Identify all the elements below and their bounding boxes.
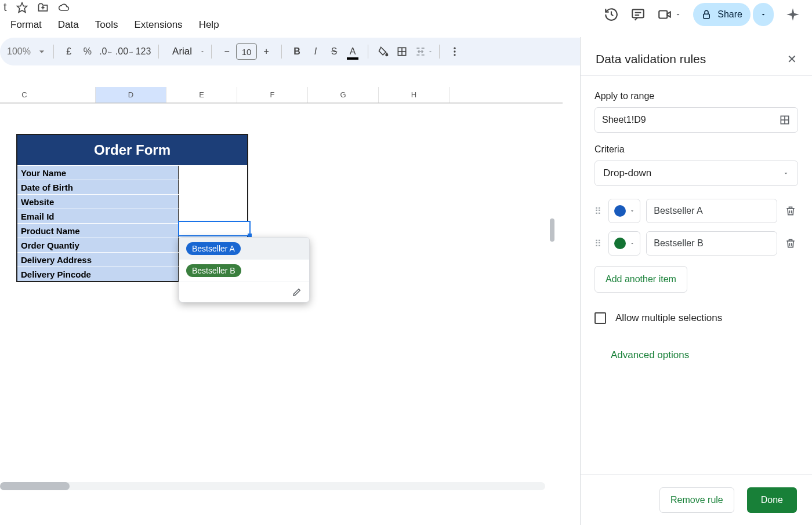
column-header[interactable]: F — [237, 87, 308, 103]
item-value-input[interactable] — [646, 199, 777, 223]
item-color-picker[interactable] — [608, 199, 640, 223]
font-family-dropdown[interactable]: Arial — [165, 42, 200, 61]
drag-handle-icon[interactable]: ⠿ — [594, 206, 603, 217]
criteria-select[interactable]: Drop-down — [594, 161, 798, 186]
pencil-icon — [292, 287, 302, 297]
star-icon[interactable] — [16, 2, 28, 13]
font-size-input[interactable]: 10 — [236, 43, 257, 60]
form-label: Order Quantiy — [17, 238, 179, 252]
menu-data[interactable]: Data — [58, 19, 79, 31]
form-label: Your Name — [17, 166, 179, 180]
doc-title-tail[interactable]: t — [3, 1, 7, 14]
decrease-decimal-button[interactable]: .0← — [97, 42, 115, 61]
more-button[interactable] — [445, 42, 464, 61]
column-header[interactable]: H — [379, 87, 449, 103]
borders-button[interactable] — [393, 42, 411, 61]
active-cell[interactable] — [178, 221, 251, 236]
percent-button[interactable]: % — [78, 42, 97, 61]
move-icon[interactable] — [37, 2, 49, 13]
panel-title: Data validation rules — [596, 52, 706, 66]
strikethrough-button[interactable]: S — [325, 42, 343, 61]
range-input[interactable]: Sheet1!D9 — [594, 107, 798, 133]
form-cell[interactable] — [179, 166, 247, 180]
dropdown-option[interactable]: Bestseller A — [179, 238, 309, 260]
svg-rect-0 — [633, 9, 644, 17]
delete-item-button[interactable] — [783, 205, 798, 217]
done-button[interactable]: Done — [747, 487, 797, 513]
history-icon[interactable] — [604, 7, 619, 22]
allow-multi-checkbox[interactable] — [594, 312, 606, 324]
item-color-picker[interactable] — [608, 231, 640, 256]
cell-dropdown: Bestseller A Bestseller B — [179, 237, 310, 302]
text-color-button[interactable]: A — [343, 42, 362, 61]
caret-down-icon[interactable] — [675, 11, 682, 18]
sheet-area[interactable]: C D E F G H Order Form Your Name Date of… — [0, 87, 563, 504]
font-size-decrease[interactable]: − — [217, 42, 236, 61]
svg-rect-5 — [704, 14, 710, 19]
dropdown-edit[interactable] — [179, 282, 309, 302]
form-cell[interactable] — [179, 180, 247, 194]
caret-down-icon — [782, 170, 789, 177]
color-swatch — [614, 205, 626, 217]
menu-tools[interactable]: Tools — [95, 19, 118, 31]
column-headers: C D E F G H — [0, 87, 563, 103]
scrollbar-thumb[interactable] — [0, 482, 70, 490]
allow-multi-label: Allow multiple selections — [615, 312, 722, 324]
data-validation-panel: Data validation rules ✕ Apply to range S… — [580, 37, 812, 525]
italic-button[interactable]: I — [306, 42, 325, 61]
gemini-icon[interactable] — [785, 7, 800, 22]
form-label: Website — [17, 195, 179, 209]
column-header[interactable]: D — [96, 87, 166, 103]
criteria-value: Drop-down — [603, 167, 651, 179]
trash-icon — [785, 238, 796, 249]
svg-marker-6 — [17, 2, 27, 12]
svg-point-12 — [454, 54, 455, 56]
column-header[interactable]: C — [0, 87, 96, 103]
horizontal-scrollbar[interactable] — [0, 482, 545, 490]
currency-button[interactable]: £ — [60, 42, 78, 61]
share-label: Share — [717, 9, 742, 20]
delete-item-button[interactable] — [783, 238, 798, 249]
form-label: Product Name — [17, 224, 179, 238]
remove-rule-button[interactable]: Remove rule — [659, 487, 734, 513]
caret-down-icon[interactable] — [427, 49, 433, 54]
increase-decimal-button[interactable]: .00→ — [115, 42, 134, 61]
font-size-increase[interactable]: + — [257, 42, 276, 61]
menu-extensions[interactable]: Extensions — [134, 19, 182, 31]
range-value: Sheet1!D9 — [602, 115, 646, 125]
form-label: Email Id — [17, 209, 179, 223]
number-format-button[interactable]: 123 — [134, 42, 153, 61]
criteria-item-row: ⠿ — [594, 231, 798, 256]
advanced-options-toggle[interactable]: Advanced options — [611, 349, 798, 361]
scroll-indicator[interactable] — [550, 218, 554, 242]
zoom-dropdown[interactable]: 100% — [7, 42, 48, 61]
color-swatch — [614, 238, 626, 249]
criteria-label: Criteria — [594, 144, 798, 155]
bold-button[interactable]: B — [288, 42, 306, 61]
fill-color-button[interactable] — [374, 42, 393, 61]
grid-icon[interactable] — [779, 114, 791, 126]
drag-handle-icon[interactable]: ⠿ — [594, 238, 603, 249]
form-label: Delivery Pincode — [17, 267, 179, 281]
menu-format[interactable]: Format — [10, 19, 42, 31]
cloud-status-icon[interactable] — [58, 2, 70, 13]
column-header[interactable]: E — [166, 87, 237, 103]
share-button[interactable]: Share — [693, 3, 751, 26]
chip-label: Bestseller B — [186, 264, 241, 277]
item-value-input[interactable] — [646, 231, 777, 256]
criteria-item-row: ⠿ — [594, 199, 798, 223]
add-item-button[interactable]: Add another item — [594, 266, 687, 293]
share-dropdown[interactable] — [753, 3, 774, 26]
menu-help[interactable]: Help — [199, 19, 219, 31]
meet-icon[interactable] — [657, 7, 672, 22]
caret-down-icon[interactable] — [200, 49, 205, 54]
apply-range-label: Apply to range — [594, 91, 798, 101]
form-label: Date of Birth — [17, 180, 179, 194]
comments-icon[interactable] — [630, 7, 646, 22]
svg-point-11 — [454, 50, 455, 52]
form-title: Order Form — [17, 135, 247, 165]
dropdown-option[interactable]: Bestseller B — [179, 260, 309, 282]
form-cell[interactable] — [179, 195, 247, 209]
column-header[interactable]: G — [308, 87, 379, 103]
close-panel-button[interactable]: ✕ — [787, 52, 797, 66]
